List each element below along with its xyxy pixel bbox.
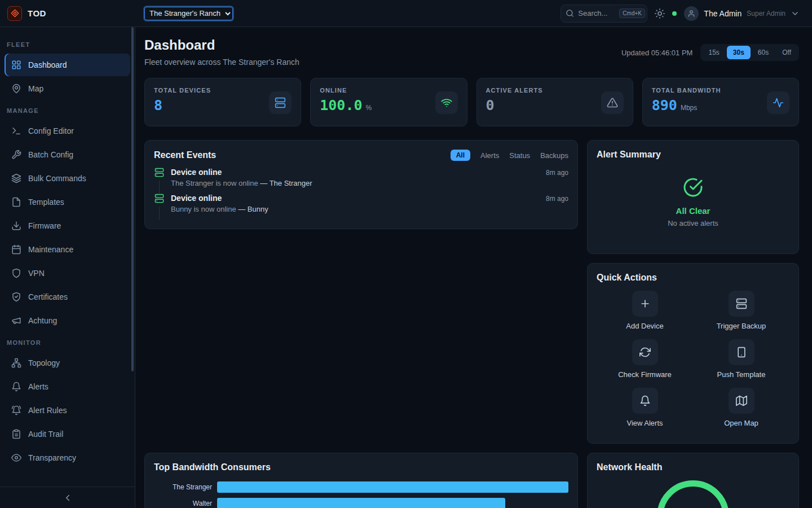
sidebar-item-label: Transparency (28, 453, 76, 462)
sidebar-item-certificates[interactable]: Certificates (5, 286, 130, 308)
stat-cards-row: TOTAL DEVICES8ONLINE100.0%ACTIVE ALERTS0… (144, 78, 799, 126)
server-icon (729, 291, 754, 317)
sidebar-item-maintenance[interactable]: Maintenance (5, 238, 130, 261)
sidebar-section-label-manage: MANAGE (0, 101, 135, 119)
stat-unit: Mbps (681, 104, 697, 112)
refresh-60s-button[interactable]: 60s (752, 46, 775, 59)
stat-card-total-bandwidth: TOTAL BANDWIDTH890Mbps (642, 78, 799, 126)
sidebar-item-firmware[interactable]: Firmware (5, 214, 130, 237)
sidebar-item-config-editor[interactable]: Config Editor (5, 120, 130, 142)
quick-action-check-firmware-button[interactable]: Check Firmware (597, 339, 693, 379)
quick-action-open-map-button[interactable]: Open Map (693, 388, 789, 427)
wrench-icon (11, 150, 21, 160)
chevron-down-icon[interactable] (791, 9, 800, 18)
bandwidth-bar-label: Walter (154, 500, 217, 507)
refresh-off-button[interactable]: Off (776, 46, 797, 59)
bell-ring-icon (11, 405, 21, 415)
user-menu[interactable]: The Admin Super Admin (684, 6, 800, 21)
sidebar-item-label: Alerts (28, 382, 48, 391)
sidebar-item-label: Maintenance (28, 245, 73, 254)
activity-icon (767, 91, 789, 114)
sidebar-item-bulk-commands[interactable]: Bulk Commands (5, 167, 130, 190)
stat-card-total-devices: TOTAL DEVICES8 (144, 78, 301, 126)
avatar[interactable] (684, 6, 699, 21)
sidebar-item-vpn[interactable]: VPN (5, 262, 130, 284)
refresh-30s-button[interactable]: 30s (727, 46, 751, 59)
bell-icon (11, 382, 21, 392)
sidebar-item-map[interactable]: Map (5, 77, 130, 100)
sidebar-item-label: Topology (28, 358, 60, 367)
sidebar-section-label-fleet: FLEET (0, 35, 135, 52)
event-timeline-line (159, 181, 160, 194)
sidebar-item-transparency[interactable]: Transparency (5, 446, 130, 469)
page-subtitle: Fleet overview across The Stranger's Ran… (144, 58, 299, 67)
event-title: Device online (171, 194, 222, 203)
user-name: The Admin (704, 9, 742, 18)
quick-action-view-alerts-button[interactable]: View Alerts (597, 388, 693, 427)
sidebar-nav: FLEETDashboardMapMANAGEConfig EditorBatc… (0, 27, 135, 487)
event-item[interactable]: Device online8m agoThe Stranger is now o… (154, 168, 568, 194)
layers-icon (11, 173, 21, 183)
topbar: TOD The Stranger's Ranch Cmd+K The Admin… (0, 0, 812, 27)
alert-summary-title: Alert Summary (597, 150, 789, 160)
page-header-text: Dashboard Fleet overview across The Stra… (144, 37, 299, 67)
alert-summary-body: All Clear No active alerts (597, 160, 789, 244)
search-box[interactable]: Cmd+K (561, 5, 647, 23)
network-health-title: Network Health (597, 462, 662, 472)
events-tab-all[interactable]: All (451, 150, 470, 161)
theme-toggle-sun-icon[interactable] (655, 8, 665, 19)
sidebar-item-label: Batch Config (28, 150, 73, 159)
alert-summary-status: All Clear (676, 206, 710, 216)
events-tab-backups[interactable]: Backups (540, 151, 568, 160)
stat-card-active-alerts: ACTIVE ALERTS0 (476, 78, 633, 126)
search-input[interactable] (578, 9, 615, 17)
sidebar-item-audit-trail[interactable]: Audit Trail (5, 423, 130, 445)
recent-events-header: Recent Events AllAlertsStatusBackups (154, 150, 568, 161)
map-pin-icon (11, 84, 21, 94)
event-item[interactable]: Device online8m agoBunny is now online —… (154, 194, 568, 220)
bandwidth-bar (217, 498, 505, 508)
events-tab-alerts[interactable]: Alerts (480, 151, 499, 160)
quick-action-add-device-button[interactable]: Add Device (597, 291, 693, 330)
sidebar-item-alerts[interactable]: Alerts (5, 375, 130, 398)
network-health-card: Network Health 100 (587, 453, 799, 508)
check-circle-icon (683, 177, 703, 199)
sidebar-item-batch-config[interactable]: Batch Config (5, 143, 130, 166)
terminal-icon (11, 126, 21, 136)
sidebar-item-templates[interactable]: Templates (5, 191, 130, 213)
event-detail: Bunny is now online — Bunny (171, 205, 568, 213)
events-list: Device online8m agoThe Stranger is now o… (154, 168, 568, 220)
sidebar-scrollbar[interactable] (131, 27, 134, 371)
sidebar-item-label: Map (28, 84, 43, 93)
bell-icon (632, 388, 658, 414)
sidebar-item-label: Dashboard (28, 60, 67, 69)
user-role: Super Admin (747, 10, 785, 17)
main-content: Dashboard Fleet overview across The Stra… (135, 27, 812, 508)
sidebar-item-label: Config Editor (28, 126, 74, 135)
events-tab-status[interactable]: Status (509, 151, 530, 160)
sidebar-item-alert-rules[interactable]: Alert Rules (5, 399, 130, 422)
search-icon (566, 9, 574, 17)
app-logo-diamond-icon (7, 6, 22, 21)
refresh-15s-button[interactable]: 15s (702, 46, 725, 59)
quick-action-push-template-button[interactable]: Push Template (693, 339, 789, 379)
quick-action-label: View Alerts (626, 419, 663, 427)
event-body: Device online8m agoBunny is now online —… (171, 194, 568, 220)
map-icon (729, 388, 754, 414)
sidebar-item-topology[interactable]: Topology (5, 352, 130, 374)
brand: TOD (0, 6, 135, 21)
quick-actions-grid: Add DeviceTrigger BackupCheck FirmwarePu… (597, 291, 789, 427)
event-time: 8m ago (546, 195, 568, 203)
stat-unit: % (366, 104, 372, 112)
sidebar-item-dashboard[interactable]: Dashboard (5, 54, 130, 76)
top-bandwidth-title: Top Bandwidth Consumers (154, 462, 271, 472)
shield-icon (11, 268, 21, 278)
server-icon (155, 168, 164, 179)
alert-summary-detail: No active alerts (668, 219, 718, 227)
quick-action-trigger-backup-button[interactable]: Trigger Backup (693, 291, 789, 330)
stat-card-online: ONLINE100.0% (310, 78, 467, 126)
fleet-select[interactable]: The Stranger's Ranch (144, 7, 233, 20)
shell: FLEETDashboardMapMANAGEConfig EditorBatc… (0, 27, 812, 508)
sidebar-item-achtung[interactable]: Achtung (5, 309, 130, 332)
sidebar-collapse-button[interactable] (0, 487, 135, 508)
